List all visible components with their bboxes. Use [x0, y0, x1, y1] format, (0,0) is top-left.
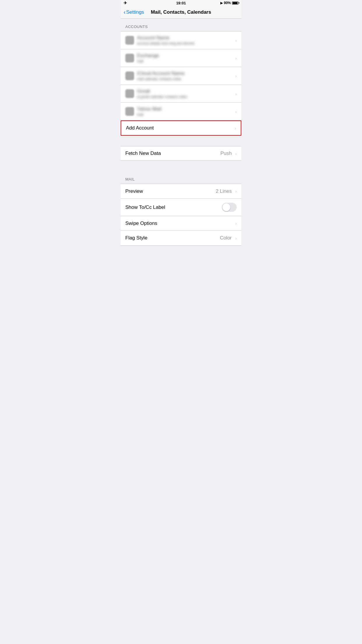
account-row-1[interactable]: Account Name account details here long t…	[121, 32, 241, 49]
account-row-4-left: Gmail at gmail calendar contacts notes	[125, 88, 233, 99]
account-2-content: Exchange mail	[137, 53, 233, 63]
account-1-icon	[125, 36, 134, 45]
swipe-options-chevron: ›	[235, 221, 237, 226]
account-2-subtitle: mail	[137, 59, 233, 63]
account-row-5[interactable]: Yahoo Mail mail ›	[121, 103, 241, 120]
account-row-3-left: iCloud Account Name mail calendar contac…	[125, 71, 233, 81]
back-button[interactable]: ‹ Settings	[124, 9, 144, 15]
account-4-content: Gmail at gmail calendar contacts notes	[137, 88, 233, 99]
status-bar-left: ✈	[124, 1, 127, 5]
swipe-options-label: Swipe Options	[125, 220, 157, 226]
fetch-new-data-value: Push	[220, 150, 232, 156]
account-row-2[interactable]: Exchange mail ›	[121, 49, 241, 67]
fetch-new-data-row[interactable]: Fetch New Data Push ›	[121, 146, 241, 161]
airplane-mode-icon: ✈	[124, 1, 127, 5]
account-row-1-left: Account Name account details here long t…	[125, 35, 233, 46]
account-4-chevron: ›	[235, 91, 237, 96]
account-row-3[interactable]: iCloud Account Name mail calendar contac…	[121, 67, 241, 85]
account-3-chevron: ›	[235, 74, 237, 78]
account-row-5-left: Yahoo Mail mail	[125, 106, 233, 117]
account-5-subtitle: mail	[137, 113, 233, 117]
back-button-label: Settings	[126, 9, 144, 15]
back-arrow-icon: ‹	[124, 9, 126, 15]
swipe-options-row[interactable]: Swipe Options ›	[121, 216, 241, 231]
battery-icon	[232, 1, 238, 5]
show-to-cc-row[interactable]: Show To/Cc Label	[121, 199, 241, 216]
account-2-icon	[125, 54, 134, 62]
account-3-title: iCloud Account Name	[137, 71, 233, 76]
status-bar: ✈ 19:01 ▶ 90%	[121, 0, 241, 6]
account-1-chevron: ›	[235, 38, 237, 43]
fetch-new-data-right: Push ›	[220, 150, 237, 156]
add-account-label: Add Account	[126, 125, 154, 131]
account-5-icon	[125, 107, 134, 116]
account-5-content: Yahoo Mail mail	[137, 106, 233, 117]
account-1-content: Account Name account details here long t…	[137, 35, 233, 46]
account-1-subtitle: account details here long text blurred	[137, 41, 233, 46]
account-4-subtitle: at gmail calendar contacts notes	[137, 95, 233, 99]
location-icon: ▶	[220, 1, 223, 5]
mail-settings-group: Preview 2 Lines › Show To/Cc Label Swipe…	[121, 184, 241, 246]
section-gap-2	[121, 161, 241, 171]
account-row-4[interactable]: Gmail at gmail calendar contacts notes ›	[121, 85, 241, 103]
swipe-options-right: ›	[233, 221, 237, 226]
preview-row[interactable]: Preview 2 Lines ›	[121, 184, 241, 199]
flag-style-row[interactable]: Flag Style Color ›	[121, 231, 241, 245]
flag-style-value: Color	[220, 235, 232, 241]
status-bar-time: 19:01	[176, 1, 186, 5]
fetch-new-data-chevron: ›	[235, 151, 237, 156]
battery-percent: 90%	[224, 1, 231, 5]
status-bar-right: ▶ 90%	[220, 1, 238, 5]
account-row-2-left: Exchange mail	[125, 53, 233, 63]
nav-bar: ‹ Settings Mail, Contacts, Calendars	[121, 6, 241, 19]
account-3-icon	[125, 71, 134, 80]
flag-style-chevron: ›	[235, 236, 237, 241]
account-4-icon	[125, 89, 134, 98]
add-account-chevron: ›	[235, 126, 236, 131]
section-gap-1	[121, 136, 241, 146]
mail-section-header: MAIL	[121, 171, 241, 184]
account-5-title: Yahoo Mail	[137, 106, 233, 112]
flag-style-label: Flag Style	[125, 235, 147, 241]
account-2-chevron: ›	[235, 56, 237, 61]
flag-style-right: Color ›	[220, 235, 237, 241]
accounts-section-header: ACCOUNTS	[121, 19, 241, 31]
show-to-cc-toggle[interactable]	[222, 203, 237, 212]
account-3-content: iCloud Account Name mail calendar contac…	[137, 71, 233, 81]
fetch-new-data-label: Fetch New Data	[125, 150, 161, 156]
add-account-row[interactable]: Add Account ›	[121, 120, 241, 136]
account-2-title: Exchange	[137, 53, 233, 59]
preview-right: 2 Lines ›	[216, 188, 237, 194]
preview-label: Preview	[125, 188, 143, 194]
page-title: Mail, Contacts, Calendars	[151, 9, 211, 15]
preview-chevron: ›	[235, 189, 237, 194]
account-4-title: Gmail	[137, 88, 233, 94]
toggle-knob	[222, 203, 230, 211]
accounts-group: Account Name account details here long t…	[121, 31, 241, 120]
preview-value: 2 Lines	[216, 188, 232, 194]
show-to-cc-label: Show To/Cc Label	[125, 204, 165, 210]
account-1-title: Account Name	[137, 35, 233, 41]
account-3-subtitle: mail calendar contacts notes	[137, 77, 233, 81]
account-5-chevron: ›	[235, 109, 237, 114]
battery-fill	[233, 2, 238, 4]
